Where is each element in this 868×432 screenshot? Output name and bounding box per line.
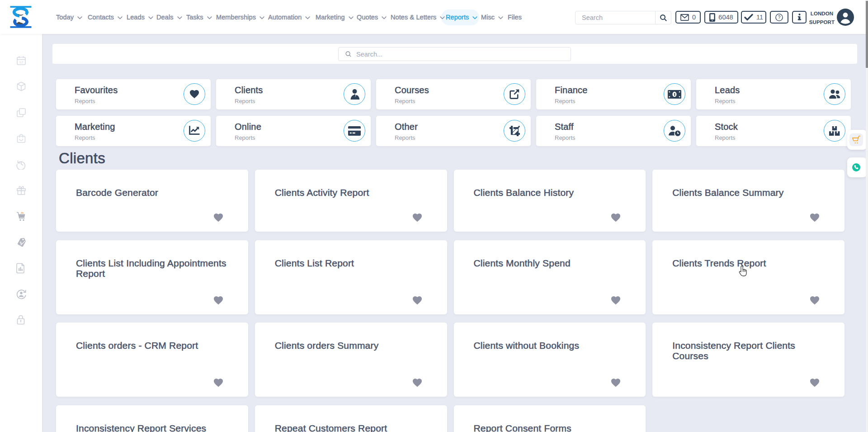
svg-text:12: 12	[19, 60, 24, 64]
svg-text:?: ?	[778, 15, 781, 20]
